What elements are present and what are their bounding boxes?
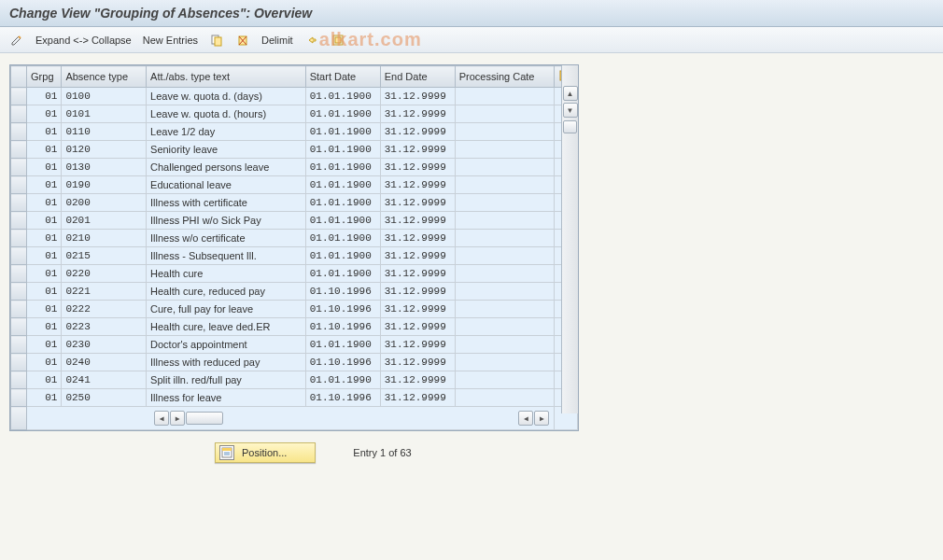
cell-abstype[interactable]: 0240	[62, 354, 147, 371]
row-selector[interactable]	[11, 159, 27, 176]
cell-start[interactable]: 01.01.1900	[305, 265, 380, 283]
cell-start[interactable]: 01.01.1900	[305, 336, 380, 354]
cell-end[interactable]: 31.12.9999	[380, 141, 455, 159]
cell-text[interactable]: Illness PHI w/o Sick Pay	[147, 212, 306, 230]
row-selector[interactable]	[11, 301, 27, 318]
cell-abstype[interactable]: 0201	[62, 212, 147, 230]
row-selector[interactable]	[11, 176, 27, 194]
cell-grpg[interactable]: 01	[27, 105, 62, 123]
cell-text[interactable]: Leave w. quota d. (hours)	[147, 105, 306, 123]
table-row[interactable]: 010200Illness with certificate01.01.1900…	[11, 194, 578, 212]
cell-start[interactable]: 01.01.1900	[305, 141, 380, 159]
cell-abstype[interactable]: 0221	[62, 283, 147, 301]
row-selector[interactable]	[11, 389, 27, 407]
cell-proc[interactable]	[455, 176, 555, 194]
cell-end[interactable]: 31.12.9999	[380, 283, 455, 301]
expand-collapse-button[interactable]: Expand <-> Collapse	[35, 35, 132, 46]
cell-abstype[interactable]: 0215	[62, 247, 147, 265]
cell-start[interactable]: 01.10.1996	[305, 354, 380, 371]
cell-end[interactable]: 31.12.9999	[380, 194, 455, 212]
table-row[interactable]: 010130Challenged persons leave01.01.1900…	[11, 159, 578, 176]
row-selector[interactable]	[11, 371, 27, 389]
table-row[interactable]: 010100Leave w. quota d. (days)01.01.1900…	[11, 88, 578, 105]
undo-button[interactable]	[304, 33, 319, 48]
table-row[interactable]: 010120Seniority leave01.01.190031.12.999…	[11, 141, 578, 159]
select-all-header[interactable]	[11, 66, 27, 88]
hscroll-right-button[interactable]: ▶	[170, 411, 185, 426]
cell-start[interactable]: 01.01.1900	[305, 123, 380, 141]
cell-end[interactable]: 31.12.9999	[380, 389, 455, 407]
cell-text[interactable]: Educational leave	[147, 176, 306, 194]
col-header-grpg[interactable]: Grpg	[27, 66, 62, 88]
cell-proc[interactable]	[455, 318, 555, 336]
cell-text[interactable]: Health cure, reduced pay	[147, 283, 306, 301]
cell-end[interactable]: 31.12.9999	[380, 247, 455, 265]
cell-end[interactable]: 31.12.9999	[380, 318, 455, 336]
row-selector[interactable]	[11, 105, 27, 123]
hscroll-track[interactable]: ◀ ▶ ◀ ▶	[31, 410, 550, 427]
cell-abstype[interactable]: 0110	[62, 123, 147, 141]
cell-text[interactable]: Illness w/o certificate	[147, 230, 306, 247]
vscroll-thumb[interactable]	[563, 120, 577, 133]
cell-proc[interactable]	[455, 301, 555, 318]
cell-abstype[interactable]: 0190	[62, 176, 147, 194]
cell-proc[interactable]	[455, 123, 555, 141]
cell-proc[interactable]	[455, 247, 555, 265]
cell-start[interactable]: 01.01.1900	[305, 105, 380, 123]
cell-abstype[interactable]: 0220	[62, 265, 147, 283]
cell-end[interactable]: 31.12.9999	[380, 336, 455, 354]
cell-text[interactable]: Doctor's appointment	[147, 336, 306, 354]
new-entries-button[interactable]: New Entries	[143, 35, 198, 46]
table-row[interactable]: 010101Leave w. quota d. (hours)01.01.190…	[11, 105, 578, 123]
table-row[interactable]: 010220Health cure01.01.190031.12.9999	[11, 265, 578, 283]
cell-text[interactable]: Illness with reduced pay	[147, 354, 306, 371]
cell-abstype[interactable]: 0230	[62, 336, 147, 354]
cell-proc[interactable]	[455, 105, 555, 123]
cell-text[interactable]: Split illn. red/full pay	[147, 371, 306, 389]
cell-text[interactable]: Illness with certificate	[147, 194, 306, 212]
cell-abstype[interactable]: 0100	[62, 88, 147, 105]
cell-start[interactable]: 01.10.1996	[305, 389, 380, 407]
cell-end[interactable]: 31.12.9999	[380, 88, 455, 105]
cell-abstype[interactable]: 0223	[62, 318, 147, 336]
cell-text[interactable]: Seniority leave	[147, 141, 306, 159]
cell-end[interactable]: 31.12.9999	[380, 371, 455, 389]
col-header-end[interactable]: End Date	[380, 66, 455, 88]
cell-grpg[interactable]: 01	[27, 336, 62, 354]
cell-grpg[interactable]: 01	[27, 301, 62, 318]
cell-proc[interactable]	[455, 141, 555, 159]
cell-grpg[interactable]: 01	[27, 265, 62, 283]
row-selector[interactable]	[11, 318, 27, 336]
row-selector[interactable]	[11, 247, 27, 265]
vscroll-down-button[interactable]: ▼	[563, 103, 578, 118]
cell-grpg[interactable]: 01	[27, 141, 62, 159]
cell-proc[interactable]	[455, 88, 555, 105]
cell-end[interactable]: 31.12.9999	[380, 230, 455, 247]
cell-grpg[interactable]: 01	[27, 318, 62, 336]
cell-grpg[interactable]: 01	[27, 176, 62, 194]
cell-text[interactable]: Leave 1/2 day	[147, 123, 306, 141]
cell-end[interactable]: 31.12.9999	[380, 159, 455, 176]
cell-start[interactable]: 01.01.1900	[305, 159, 380, 176]
cell-proc[interactable]	[455, 212, 555, 230]
col-header-proc[interactable]: Processing Cate	[455, 66, 555, 88]
toggle-button[interactable]	[9, 33, 24, 48]
table-row[interactable]: 010221Health cure, reduced pay01.10.1996…	[11, 283, 578, 301]
hscroll-thumb[interactable]	[186, 412, 223, 425]
cell-proc[interactable]	[455, 336, 555, 354]
table-row[interactable]: 010210Illness w/o certificate01.01.19003…	[11, 230, 578, 247]
cell-text[interactable]: Health cure	[147, 265, 306, 283]
cell-start[interactable]: 01.01.1900	[305, 88, 380, 105]
copy-button[interactable]	[209, 33, 224, 48]
cell-end[interactable]: 31.12.9999	[380, 265, 455, 283]
cell-start[interactable]: 01.10.1996	[305, 301, 380, 318]
row-selector[interactable]	[11, 336, 27, 354]
table-row[interactable]: 010215Illness - Subsequent Ill.01.01.190…	[11, 247, 578, 265]
cell-start[interactable]: 01.01.1900	[305, 212, 380, 230]
cell-text[interactable]: Health cure, leave ded.ER	[147, 318, 306, 336]
cell-end[interactable]: 31.12.9999	[380, 354, 455, 371]
cell-end[interactable]: 31.12.9999	[380, 105, 455, 123]
hscroll-left-button[interactable]: ◀	[154, 411, 169, 426]
cell-end[interactable]: 31.12.9999	[380, 123, 455, 141]
vscroll[interactable]: ▲ ▼	[561, 65, 578, 413]
